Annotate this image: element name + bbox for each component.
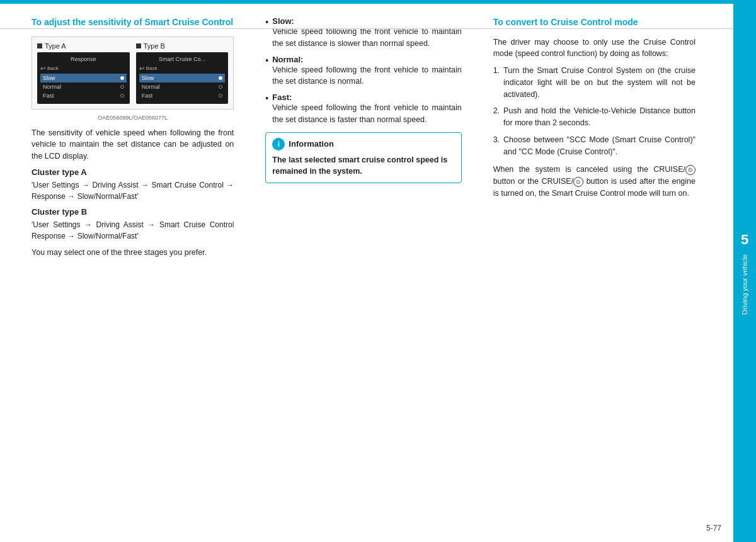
dot-fast-a <box>120 94 124 98</box>
cluster-a-label: Type A <box>37 42 130 50</box>
col3-section-title: To convert to Cruise Control mode <box>493 16 696 29</box>
step-2: 2. Push and hold the Vehicle-to-Vehicle … <box>493 105 696 129</box>
column-1: To adjust the sensitivity of Smart Cruis… <box>32 16 240 529</box>
step-2-num: 2. <box>493 105 500 129</box>
step-1-text: Turn the Smart Cruise Control System on … <box>503 65 696 100</box>
dot-slow-a <box>120 76 124 80</box>
info-text: The last selected smart cruise control s… <box>272 154 454 178</box>
cluster-b-back: ↩ Back <box>139 65 226 72</box>
page-number: 5-77 <box>706 524 721 533</box>
horizontal-rule <box>0 28 733 29</box>
bullet-content-fast: Fast: Vehicle speed following the front … <box>272 93 461 126</box>
cancel-text-2: button or the CRUISE/ <box>493 177 573 186</box>
image-caption: OAE056099L/OAE056077L <box>32 115 234 121</box>
dot-slow-b <box>219 76 222 80</box>
back-arrow-icon: ↩ <box>40 65 45 72</box>
main-content: To adjust the sensitivity of Smart Cruis… <box>0 4 733 542</box>
cluster-type-b-text: 'User Settings → Driving Assist → Smart … <box>32 219 234 242</box>
step-3-num: 3. <box>493 134 500 158</box>
numbered-list: 1. Turn the Smart Cruise Control System … <box>493 65 696 157</box>
col1-footer-text: You may select one of the three stages y… <box>32 247 234 259</box>
cluster-option-normal-b: Normal <box>139 82 226 91</box>
cluster-type-a-text: 'User Settings → Driving Assist → Smart … <box>32 179 234 202</box>
col1-section-title: To adjust the sensitivity of Smart Cruis… <box>32 16 234 29</box>
cluster-images: Type A Response ↩ Back Slow No <box>32 37 234 110</box>
right-sidebar: 5 Driving your vehicle <box>733 4 756 542</box>
column-3: To convert to Cruise Control mode The dr… <box>487 16 696 529</box>
bullet-content-normal: Normal: Vehicle speed following the fron… <box>272 55 461 88</box>
cancel-text-1: When the system is canceled using the CR… <box>493 165 685 174</box>
cluster-a-screen: Response ↩ Back Slow Normal <box>37 52 130 104</box>
cluster-type-a-heading: Cluster type A <box>32 167 234 177</box>
step-1-num: 1. <box>493 65 500 100</box>
cluster-b-square-icon <box>136 43 141 48</box>
cluster-a-title: Response <box>40 56 127 62</box>
cruise-icon-1: ⊙ <box>685 165 696 175</box>
step-1: 1. Turn the Smart Cruise Control System … <box>493 65 696 100</box>
col3-intro-text: The driver may choose to only use the Cr… <box>493 37 696 60</box>
cluster-a-back: ↩ Back <box>40 65 127 72</box>
fast-heading: Fast: <box>272 93 292 102</box>
info-icon: i <box>272 138 285 150</box>
cruise-icon-2: ⊙ <box>573 177 583 187</box>
info-header: i Information <box>272 138 454 150</box>
cluster-panel-a: Type A Response ↩ Back Slow No <box>37 42 130 104</box>
bullet-dot-normal: • <box>265 55 268 88</box>
bullet-dot-slow: • <box>265 16 268 50</box>
fast-text: Vehicle speed following the front vehicl… <box>272 102 461 126</box>
bullet-slow: • Slow: Vehicle speed following the fron… <box>265 16 461 50</box>
dot-normal-a <box>120 85 124 89</box>
cluster-option-slow-b: Slow <box>139 74 226 82</box>
page-container: 5 Driving your vehicle To adjust the sen… <box>0 0 756 542</box>
cancel-text: When the system is canceled using the CR… <box>493 164 696 199</box>
normal-text: Vehicle speed following the front vehicl… <box>272 64 461 88</box>
info-box: i Information The last selected smart cr… <box>265 132 461 184</box>
cluster-option-fast-a: Fast <box>40 91 127 100</box>
slow-text: Vehicle speed following the front vehicl… <box>272 26 461 50</box>
step-2-text: Push and hold the Vehicle-to-Vehicle Dis… <box>503 105 696 129</box>
cluster-b-title: Smart Cruise Co... <box>139 56 226 62</box>
slow-heading: Slow: <box>272 16 294 26</box>
cluster-option-normal-a: Normal <box>40 82 127 91</box>
bullet-dot-fast: • <box>265 93 268 126</box>
cluster-type-b-heading: Cluster type B <box>32 207 234 217</box>
dot-fast-b <box>219 94 222 98</box>
normal-heading: Normal: <box>272 55 303 64</box>
step-3-text: Choose between "SCC Mode (Smart Cruise C… <box>503 134 696 158</box>
bullet-content-slow: Slow: Vehicle speed following the front … <box>272 16 461 50</box>
cluster-a-square-icon <box>37 43 42 48</box>
bullet-normal: • Normal: Vehicle speed following the fr… <box>265 55 461 88</box>
back-arrow-b-icon: ↩ <box>139 65 144 72</box>
cluster-option-slow-a: Slow <box>40 74 127 82</box>
info-title: Information <box>289 139 334 149</box>
cluster-option-fast-b: Fast <box>139 91 226 100</box>
dot-normal-b <box>219 85 222 89</box>
cluster-b-screen: Smart Cruise Co... ↩ Back Slow Normal <box>136 52 229 104</box>
col1-body-text: The sensitivity of vehicle speed when fo… <box>32 127 234 162</box>
cluster-panel-b: Type B Smart Cruise Co... ↩ Back Slow <box>136 42 229 104</box>
step-3: 3. Choose between "SCC Mode (Smart Cruis… <box>493 134 696 158</box>
chapter-label: Driving your vehicle <box>740 254 749 315</box>
column-2: • Slow: Vehicle speed following the fron… <box>259 16 467 529</box>
chapter-number: 5 <box>741 232 748 248</box>
bullet-fast: • Fast: Vehicle speed following the fron… <box>265 93 461 126</box>
cluster-b-label: Type B <box>136 42 229 50</box>
